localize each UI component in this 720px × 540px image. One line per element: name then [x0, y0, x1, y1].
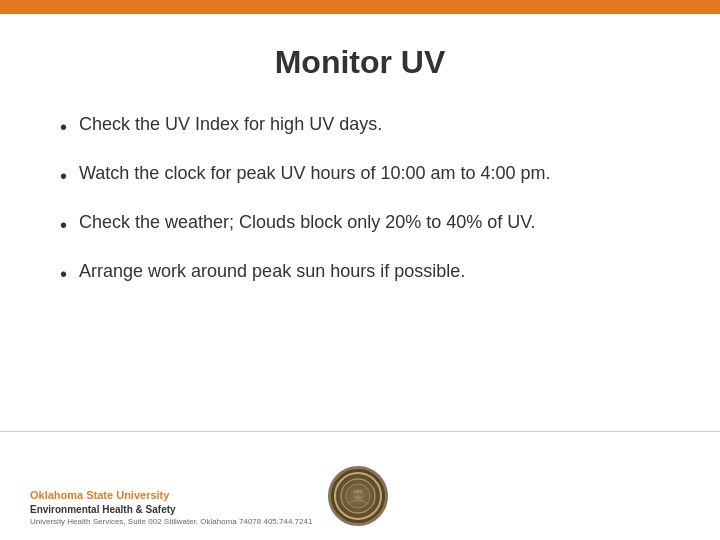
bullet-dot-2: •: [60, 161, 67, 191]
bullet-dot-4: •: [60, 259, 67, 289]
bullet-text-2: Watch the clock for peak UV hours of 10:…: [79, 160, 551, 187]
svg-text:1890: 1890: [355, 496, 362, 500]
bullet-dot-1: •: [60, 112, 67, 142]
seal-svg: OSU 1890: [339, 477, 377, 515]
footer-department-name: Environmental Health & Safety: [30, 504, 312, 515]
bullet-dot-3: •: [60, 210, 67, 240]
footer-university-name: Oklahoma State University: [30, 488, 312, 502]
footer: Oklahoma State University Environmental …: [0, 430, 720, 540]
svg-text:OSU: OSU: [354, 489, 363, 494]
university-seal: OSU 1890: [328, 466, 388, 526]
list-item: • Watch the clock for peak UV hours of 1…: [60, 160, 660, 191]
bullet-text-1: Check the UV Index for high UV days.: [79, 111, 382, 138]
list-item: • Check the weather; Clouds block only 2…: [60, 209, 660, 240]
seal-inner: OSU 1890: [334, 472, 382, 520]
bullet-list: • Check the UV Index for high UV days. •…: [60, 111, 660, 289]
bullet-text-4: Arrange work around peak sun hours if po…: [79, 258, 465, 285]
page-title: Monitor UV: [60, 44, 660, 81]
bullet-text-3: Check the weather; Clouds block only 20%…: [79, 209, 536, 236]
footer-address: University Health Services, Suite 002 St…: [30, 517, 312, 526]
orange-header-bar: [0, 0, 720, 14]
list-item: • Check the UV Index for high UV days.: [60, 111, 660, 142]
list-item: • Arrange work around peak sun hours if …: [60, 258, 660, 289]
seal-circle: OSU 1890: [328, 466, 388, 526]
footer-text-block: Oklahoma State University Environmental …: [30, 488, 312, 526]
